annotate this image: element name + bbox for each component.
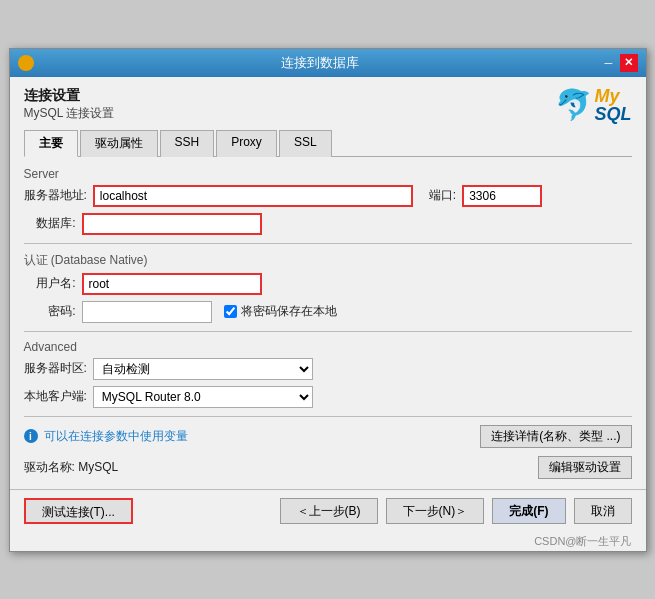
- logo-text: My SQL: [594, 87, 631, 123]
- driver-value: MySQL: [78, 460, 118, 474]
- server-section-label: Server: [24, 167, 632, 181]
- username-row: 用户名:: [24, 273, 632, 295]
- tab-ssl[interactable]: SSL: [279, 130, 332, 157]
- save-password-row: 将密码保存在本地: [224, 303, 337, 320]
- password-label: 密码:: [24, 303, 76, 320]
- host-row: 服务器地址: 端口:: [24, 185, 632, 207]
- minimize-button[interactable]: ─: [600, 54, 618, 72]
- info-text: 可以在连接参数中使用变量: [44, 428, 188, 445]
- logo-my: My: [594, 87, 631, 105]
- password-row: 密码: 将密码保存在本地: [24, 301, 632, 323]
- finish-button[interactable]: 完成(F): [492, 498, 565, 524]
- page-subtitle: MySQL 连接设置: [24, 105, 115, 122]
- logo-sql: SQL: [594, 105, 631, 123]
- close-button[interactable]: ✕: [620, 54, 638, 72]
- edit-driver-button[interactable]: 编辑驱动设置: [538, 456, 632, 479]
- timezone-select[interactable]: 自动检测 UTC Asia/Shanghai: [93, 358, 313, 380]
- db-input[interactable]: [82, 213, 262, 235]
- db-label: 数据库:: [24, 215, 76, 232]
- content-area: 连接设置 MySQL 连接设置 🐬 My SQL 主要 驱动属性 SSH Pro…: [10, 77, 646, 489]
- page-title: 连接设置: [24, 87, 115, 105]
- tab-main[interactable]: 主要: [24, 130, 78, 157]
- mysql-logo: 🐬 My SQL: [555, 87, 631, 123]
- header-row: 连接设置 MySQL 连接设置 🐬 My SQL: [24, 87, 632, 130]
- client-select[interactable]: MySQL Router 8.0 MySQL 8.0: [93, 386, 313, 408]
- divider-2: [24, 331, 632, 332]
- tab-ssh[interactable]: SSH: [160, 130, 215, 157]
- username-label: 用户名:: [24, 275, 76, 292]
- tab-driver-props[interactable]: 驱动属性: [80, 130, 158, 157]
- tab-proxy[interactable]: Proxy: [216, 130, 277, 157]
- info-row: i 可以在连接参数中使用变量 连接详情(名称、类型 ...): [24, 425, 632, 448]
- host-label: 服务器地址:: [24, 187, 87, 204]
- advanced-section-label: Advanced: [24, 340, 632, 354]
- back-button[interactable]: ＜上一步(B): [280, 498, 378, 524]
- password-input[interactable]: [82, 301, 212, 323]
- window-title: 连接到数据库: [40, 54, 600, 72]
- test-connection-button[interactable]: 测试连接(T)...: [24, 498, 133, 524]
- host-input[interactable]: [93, 185, 413, 207]
- watermark: CSDN@断一生平凡: [10, 532, 646, 551]
- driver-label-text: 驱动名称:: [24, 460, 75, 474]
- timezone-row: 服务器时区: 自动检测 UTC Asia/Shanghai: [24, 358, 632, 380]
- title-bar: 连接到数据库 ─ ✕: [10, 49, 646, 77]
- divider-3: [24, 416, 632, 417]
- driver-row: 驱动名称: MySQL 编辑驱动设置: [24, 456, 632, 479]
- title-controls: ─ ✕: [600, 54, 638, 72]
- window-icon: [18, 55, 34, 71]
- footer: 测试连接(T)... ＜上一步(B) 下一步(N)＞ 完成(F) 取消: [10, 489, 646, 532]
- port-label: 端口:: [429, 187, 456, 204]
- client-row: 本地客户端: MySQL Router 8.0 MySQL 8.0: [24, 386, 632, 408]
- next-button[interactable]: 下一步(N)＞: [386, 498, 485, 524]
- detail-button[interactable]: 连接详情(名称、类型 ...): [480, 425, 631, 448]
- username-input[interactable]: [82, 273, 262, 295]
- info-icon: i: [24, 429, 38, 443]
- save-password-label: 将密码保存在本地: [241, 303, 337, 320]
- client-label: 本地客户端:: [24, 388, 87, 405]
- tab-bar: 主要 驱动属性 SSH Proxy SSL: [24, 130, 632, 157]
- save-password-checkbox[interactable]: [224, 305, 237, 318]
- main-window: 连接到数据库 ─ ✕ 连接设置 MySQL 连接设置 🐬 My SQL 主要: [9, 48, 647, 552]
- cancel-button[interactable]: 取消: [574, 498, 632, 524]
- auth-section-label: 认证 (Database Native): [24, 252, 632, 269]
- db-row: 数据库:: [24, 213, 632, 235]
- dolphin-icon: 🐬: [555, 90, 592, 120]
- timezone-label: 服务器时区:: [24, 360, 87, 377]
- driver-label: 驱动名称: MySQL: [24, 459, 119, 476]
- header-text: 连接设置 MySQL 连接设置: [24, 87, 115, 130]
- divider-1: [24, 243, 632, 244]
- port-input[interactable]: [462, 185, 542, 207]
